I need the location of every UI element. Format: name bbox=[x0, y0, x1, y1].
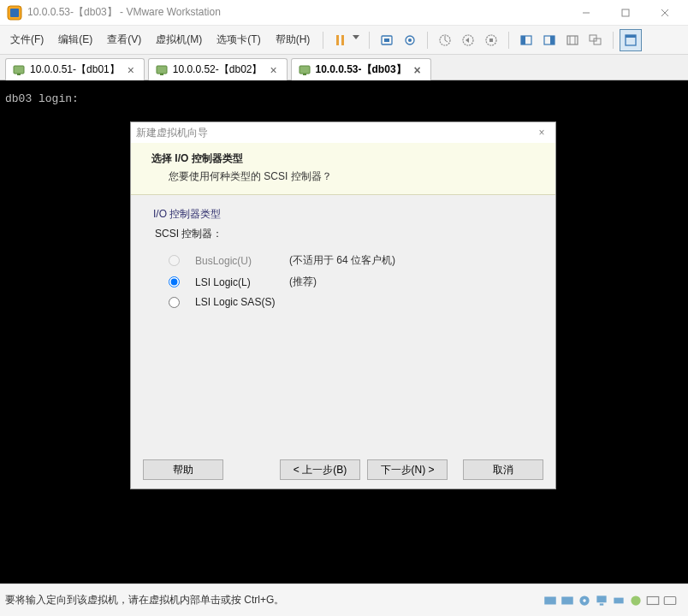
new-vm-wizard-dialog: 新建虚拟机向导 × 选择 I/O 控制器类型 您要使用何种类型的 SCSI 控制… bbox=[130, 121, 556, 489]
titlebar: 10.0.0.53-【db03】 - VMware Workstation bbox=[0, 0, 688, 26]
snapshot-revert-icon[interactable] bbox=[457, 29, 479, 51]
close-button[interactable] bbox=[645, 0, 685, 26]
cancel-button[interactable]: 取消 bbox=[463, 459, 543, 480]
menubar: 文件(F) 编辑(E) 查看(V) 虚拟机(M) 选项卡(T) 帮助(H) bbox=[0, 26, 688, 55]
tab-db02[interactable]: 10.0.0.52-【db02】 × bbox=[148, 58, 288, 80]
svg-rect-32 bbox=[160, 74, 163, 75]
svg-rect-29 bbox=[14, 66, 24, 74]
console[interactable]: db03 login: 新建虚拟机向导 × 选择 I/O 控制器类型 您要使用何… bbox=[0, 80, 688, 583]
svg-rect-30 bbox=[17, 74, 21, 75]
svg-rect-17 bbox=[489, 38, 493, 42]
tabbar: 10.0.0.51-【db01】 × 10.0.0.52-【db02】 × 10… bbox=[0, 55, 688, 80]
back-button[interactable]: < 上一步(B) bbox=[280, 459, 360, 480]
sound-icon[interactable] bbox=[645, 594, 661, 607]
radio-buslogic-hint: (不适用于 64 位客户机) bbox=[289, 253, 395, 268]
console-prompt: db03 login: bbox=[0, 80, 688, 117]
radio-lsilogic[interactable]: LSI Logic(L) (推荐) bbox=[153, 271, 533, 293]
snapshot-manager-icon[interactable] bbox=[480, 29, 502, 51]
maximize-button[interactable] bbox=[606, 0, 645, 26]
radio-lsilogic-input[interactable] bbox=[169, 276, 180, 287]
svg-rect-6 bbox=[336, 35, 339, 45]
app-icon bbox=[7, 5, 22, 21]
dialog-titlebar: 新建虚拟机向导 × bbox=[131, 122, 555, 143]
fullscreen-icon[interactable] bbox=[620, 29, 642, 51]
tab-label: 10.0.0.51-【db01】 bbox=[30, 62, 120, 77]
svg-marker-8 bbox=[353, 35, 359, 39]
menu-tabs[interactable]: 选项卡(T) bbox=[210, 29, 267, 50]
status-icons bbox=[543, 594, 683, 607]
svg-point-42 bbox=[631, 595, 640, 605]
tab-db01[interactable]: 10.0.0.51-【db01】 × bbox=[5, 58, 145, 80]
fit-guest-icon[interactable] bbox=[515, 29, 537, 51]
disk-icon[interactable] bbox=[543, 594, 558, 607]
snapshot-icon[interactable] bbox=[399, 29, 421, 51]
radio-buslogic-input bbox=[169, 255, 180, 266]
svg-rect-44 bbox=[664, 596, 676, 604]
svg-rect-10 bbox=[384, 38, 389, 42]
dialog-close-icon[interactable]: × bbox=[533, 124, 550, 141]
radio-buslogic-label: BusLogic(U) bbox=[195, 255, 277, 267]
vm-icon bbox=[156, 64, 168, 76]
send-ctrl-alt-del-icon[interactable] bbox=[376, 29, 398, 51]
svg-rect-7 bbox=[341, 35, 344, 45]
dialog-title: 新建虚拟机向导 bbox=[136, 126, 208, 140]
dialog-footer: 帮助 < 上一步(B) 下一步(N) > 取消 bbox=[131, 451, 555, 489]
tab-close-icon[interactable]: × bbox=[412, 64, 424, 76]
cd-icon[interactable] bbox=[577, 594, 592, 607]
separator bbox=[323, 32, 323, 49]
window-title: 10.0.0.53-【db03】 - VMware Workstation bbox=[27, 5, 566, 20]
vm-icon bbox=[299, 64, 311, 76]
help-button[interactable]: 帮助 bbox=[143, 459, 223, 480]
message-icon[interactable] bbox=[662, 594, 678, 607]
scsi-label: SCSI 控制器： bbox=[153, 227, 533, 241]
dialog-subheading: 您要使用何种类型的 SCSI 控制器？ bbox=[151, 166, 542, 184]
tab-close-icon[interactable]: × bbox=[125, 64, 137, 76]
svg-rect-40 bbox=[600, 603, 604, 605]
radio-buslogic: BusLogic(U) (不适用于 64 位客户机) bbox=[153, 250, 533, 271]
svg-rect-43 bbox=[647, 596, 659, 604]
menu-view[interactable]: 查看(V) bbox=[100, 29, 148, 50]
svg-rect-3 bbox=[622, 9, 629, 16]
usb-icon[interactable] bbox=[611, 594, 626, 607]
menu-vm[interactable]: 虚拟机(M) bbox=[149, 29, 209, 50]
svg-rect-35 bbox=[544, 596, 556, 604]
tab-close-icon[interactable]: × bbox=[268, 64, 280, 76]
svg-rect-22 bbox=[567, 36, 578, 44]
tab-label: 10.0.0.53-【db03】 bbox=[316, 62, 406, 77]
minimize-button[interactable] bbox=[566, 0, 606, 26]
tab-label: 10.0.0.52-【db02】 bbox=[173, 62, 263, 77]
separator bbox=[508, 32, 509, 49]
svg-marker-15 bbox=[466, 38, 469, 43]
radio-lsilogic-hint: (推荐) bbox=[289, 275, 317, 289]
menu-file[interactable]: 文件(F) bbox=[3, 29, 50, 50]
stretch-icon[interactable] bbox=[561, 29, 584, 51]
pause-dropdown[interactable] bbox=[353, 29, 363, 51]
menu-edit[interactable]: 编辑(E) bbox=[51, 29, 99, 50]
dialog-banner: 选择 I/O 控制器类型 您要使用何种类型的 SCSI 控制器？ bbox=[131, 143, 555, 195]
svg-rect-36 bbox=[561, 596, 573, 604]
separator bbox=[613, 32, 614, 49]
svg-rect-31 bbox=[157, 66, 167, 74]
separator bbox=[369, 32, 370, 49]
radio-lsisas[interactable]: LSI Logic SAS(S) bbox=[153, 293, 533, 311]
network-icon[interactable] bbox=[594, 594, 609, 607]
svg-rect-34 bbox=[303, 74, 306, 75]
radio-lsilogic-label: LSI Logic(L) bbox=[195, 276, 277, 288]
menu-help[interactable]: 帮助(H) bbox=[269, 29, 317, 50]
disk2-icon[interactable] bbox=[560, 594, 575, 607]
separator bbox=[427, 32, 428, 49]
svg-rect-21 bbox=[550, 36, 555, 44]
snapshot-take-icon[interactable] bbox=[434, 29, 456, 51]
radio-lsisas-input[interactable] bbox=[169, 297, 180, 308]
printer-icon[interactable] bbox=[628, 594, 644, 607]
pause-button[interactable] bbox=[329, 29, 352, 51]
svg-point-12 bbox=[408, 38, 412, 42]
tab-db03[interactable]: 10.0.0.53-【db03】 × bbox=[291, 58, 431, 80]
group-label: I/O 控制器类型 bbox=[153, 207, 533, 222]
unity-icon[interactable] bbox=[584, 29, 607, 51]
next-button[interactable]: 下一步(N) > bbox=[367, 459, 448, 480]
fit-window-icon[interactable] bbox=[538, 29, 560, 51]
svg-rect-19 bbox=[521, 36, 525, 44]
svg-rect-41 bbox=[614, 597, 623, 603]
svg-rect-39 bbox=[596, 595, 606, 602]
